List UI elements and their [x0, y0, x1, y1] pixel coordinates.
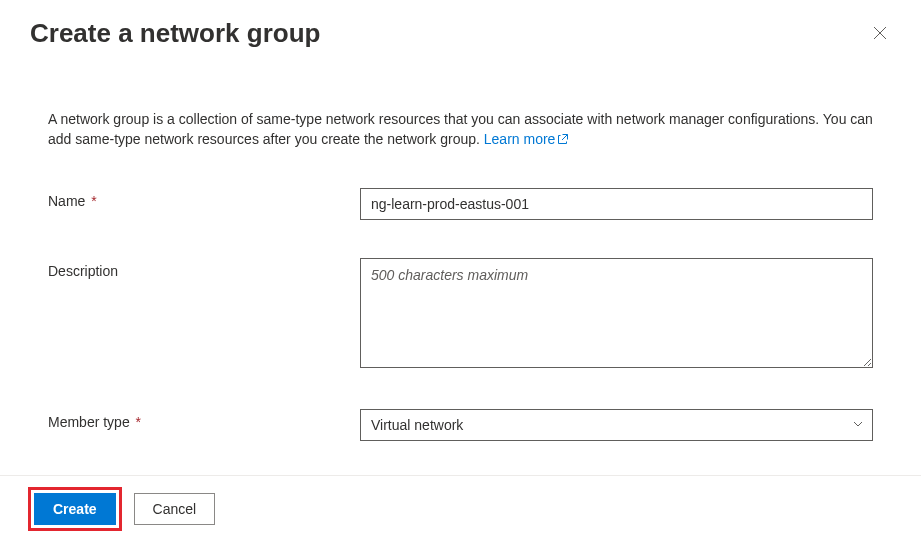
name-input[interactable] — [360, 188, 873, 220]
intro-text: A network group is a collection of same-… — [48, 109, 873, 150]
cancel-button[interactable]: Cancel — [134, 493, 216, 525]
external-link-icon — [555, 131, 569, 147]
member-type-label-text: Member type — [48, 414, 130, 430]
member-type-select[interactable]: Virtual network — [360, 409, 873, 441]
close-icon — [873, 26, 887, 40]
required-asterisk: * — [132, 414, 141, 430]
close-button[interactable] — [869, 22, 891, 44]
name-label: Name * — [48, 188, 360, 209]
intro-body: A network group is a collection of same-… — [48, 111, 873, 147]
description-label: Description — [48, 258, 360, 279]
learn-more-link[interactable]: Learn more — [484, 131, 570, 147]
page-title: Create a network group — [30, 18, 320, 49]
learn-more-label: Learn more — [484, 131, 556, 147]
description-input[interactable] — [360, 258, 873, 368]
required-asterisk: * — [87, 193, 96, 209]
description-label-text: Description — [48, 263, 118, 279]
create-button[interactable]: Create — [34, 493, 116, 525]
create-button-highlight: Create — [28, 487, 122, 531]
name-label-text: Name — [48, 193, 85, 209]
member-type-label: Member type * — [48, 409, 360, 430]
footer-divider — [0, 475, 921, 476]
